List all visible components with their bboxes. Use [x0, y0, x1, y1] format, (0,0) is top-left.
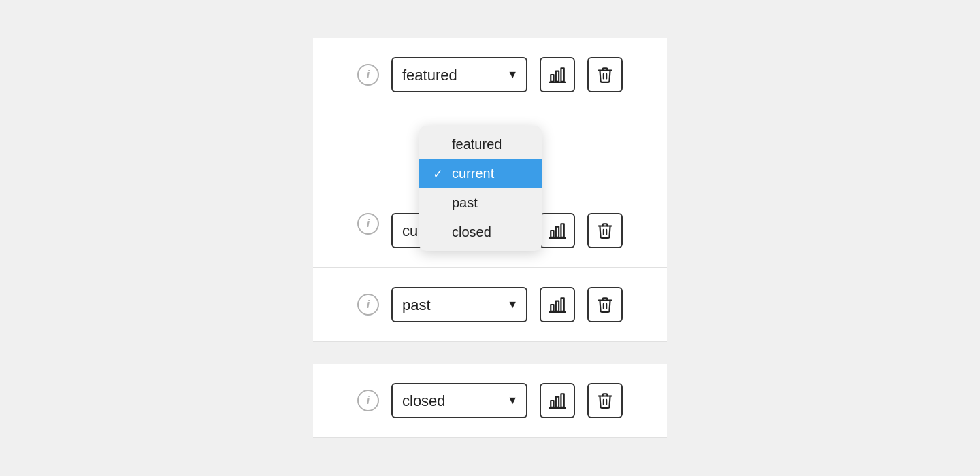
bar-chart-button-4[interactable]	[540, 383, 575, 418]
bar-chart-button-3[interactable]	[540, 287, 575, 322]
dropdown-popup: featured ✓ current past closed	[419, 126, 542, 251]
trash-button-4[interactable]	[587, 383, 623, 418]
bar-chart-button-1[interactable]	[540, 57, 575, 92]
popup-label-current: current	[452, 166, 494, 182]
row-4: i featured current past closed ▼	[313, 364, 667, 438]
popup-option-closed[interactable]: closed	[419, 218, 542, 247]
main-container: i featured current past closed ▼	[313, 38, 667, 438]
svg-rect-1	[556, 71, 559, 82]
bar-chart-icon-3	[549, 296, 566, 313]
svg-rect-2	[561, 68, 564, 82]
trash-button-3[interactable]	[587, 287, 623, 322]
bar-chart-button-2[interactable]	[540, 213, 575, 248]
row-3-inner: i featured current past closed ▼	[357, 287, 623, 322]
row-1-inner: i featured current past closed ▼	[357, 57, 623, 92]
trash-button-1[interactable]	[587, 57, 623, 92]
popup-option-current[interactable]: ✓ current	[419, 159, 542, 188]
bar-chart-icon-2	[549, 222, 566, 239]
trash-button-2[interactable]	[587, 213, 623, 248]
svg-rect-4	[551, 231, 553, 237]
info-icon-4[interactable]: i	[357, 390, 379, 411]
check-current: ✓	[433, 167, 446, 182]
svg-rect-12	[551, 401, 553, 407]
trash-icon-1	[596, 66, 614, 84]
svg-rect-6	[561, 224, 564, 237]
info-icon-1[interactable]: i	[357, 64, 379, 86]
svg-rect-14	[561, 394, 564, 407]
info-label-1: i	[367, 69, 370, 81]
dropdown-wrapper-1: featured current past closed ▼	[391, 57, 527, 92]
check-featured	[433, 137, 446, 152]
row-4-inner: i featured current past closed ▼	[357, 383, 623, 418]
row-2: featured ✓ current past closed i	[313, 112, 667, 268]
status-select-3[interactable]: featured current past closed	[391, 287, 527, 322]
dropdown-wrapper-3: featured current past closed ▼	[391, 287, 527, 322]
status-select-4[interactable]: featured current past closed	[391, 383, 527, 418]
bar-chart-icon-1	[549, 66, 566, 84]
row-spacer	[313, 342, 667, 364]
status-select-1[interactable]: featured current past closed	[391, 57, 527, 92]
svg-rect-8	[551, 305, 553, 311]
check-past	[433, 196, 446, 210]
row-3: i featured current past closed ▼	[313, 268, 667, 342]
popup-label-featured: featured	[452, 137, 502, 152]
info-icon-3[interactable]: i	[357, 294, 379, 316]
svg-rect-5	[556, 227, 559, 237]
info-label-4: i	[367, 394, 370, 407]
popup-option-past[interactable]: past	[419, 188, 542, 218]
info-label-3: i	[367, 299, 370, 311]
dropdown-wrapper-4: featured current past closed ▼	[391, 383, 527, 418]
popup-option-featured[interactable]: featured	[419, 130, 542, 159]
trash-icon-3	[596, 296, 614, 313]
row-1: i featured current past closed ▼	[313, 38, 667, 112]
popup-label-closed: closed	[452, 224, 491, 240]
check-closed	[433, 225, 446, 239]
svg-rect-0	[551, 75, 553, 82]
svg-rect-9	[556, 301, 559, 311]
svg-rect-13	[556, 397, 559, 407]
svg-rect-10	[561, 298, 564, 311]
trash-icon-4	[596, 392, 614, 409]
info-icon-2[interactable]: i	[357, 213, 379, 235]
bar-chart-icon-4	[549, 392, 566, 409]
info-label-2: i	[367, 218, 370, 230]
popup-label-past: past	[452, 195, 478, 211]
trash-icon-2	[596, 222, 614, 239]
